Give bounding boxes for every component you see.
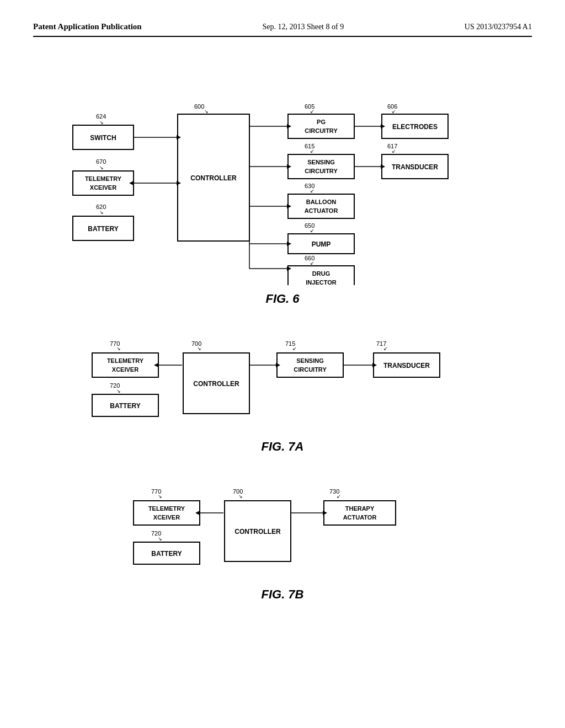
battery-label-6: BATTERY [88, 225, 118, 233]
ref-606-line: ↙ [392, 109, 396, 114]
fig7b-label: FIG. 7B [33, 587, 532, 602]
sensing-circuitry-box-6 [288, 154, 354, 179]
ref-770-7b-arrow: ↘ [158, 494, 162, 499]
switch-label: SWITCH [90, 134, 116, 142]
transducer-label-6: TRANSDUCER [392, 163, 438, 171]
ref-770-7a-arrow: ↘ [116, 346, 121, 351]
fig7a-diagram: 770 ↘ TELEMETRY XCEIVER 720 ↘ BATTERY 70… [76, 323, 489, 433]
telemetry-xceiver-box-7a [92, 353, 158, 377]
header-date-sheet: Sep. 12, 2013 Sheet 8 of 9 [262, 23, 344, 31]
therapy-actuator-box [324, 501, 396, 525]
battery-label-7a: BATTERY [110, 402, 140, 410]
ref-624: 624 [96, 113, 106, 120]
fig7b-diagram: 770 ↘ TELEMETRY XCEIVER 720 ↘ BATTERY 70… [117, 470, 448, 581]
ref-650-line: ↙ [310, 228, 315, 233]
balloon-actuator-box [288, 194, 354, 218]
ref-630-line: ↙ [310, 188, 315, 194]
balloon-actuator-label1: BALLOON [306, 199, 336, 205]
electrodes-label: ELECTRODES [392, 123, 438, 131]
sensing-circuitry-label2-6: CIRCUITRY [305, 168, 338, 174]
controller-label-6: CONTROLLER [190, 174, 237, 182]
ref-660-line: ↙ [310, 260, 315, 266]
therapy-actuator-label2: ACTUATOR [343, 514, 377, 521]
ref-700-7a-arrow: ↘ [197, 346, 201, 351]
ref-615-line: ↙ [310, 148, 315, 154]
transducer-label-7a: TRANSDUCER [383, 362, 430, 370]
ref-700-7b-arrow: ↘ [238, 494, 243, 499]
drug-injector-label1: DRUG [312, 270, 330, 277]
ref-620-arrow: ↘ [99, 210, 104, 215]
telemetry-xceiver-box-6 [73, 171, 134, 195]
therapy-actuator-label1: THERAPY [345, 505, 375, 512]
telemetry-xceiver-label1-7a: TELEMETRY [107, 357, 144, 364]
telemetry-xceiver-label-6: TELEMETRY [85, 175, 122, 182]
header: Patent Application Publication Sep. 12, … [33, 22, 532, 37]
fig7a-section: 770 ↘ TELEMETRY XCEIVER 720 ↘ BATTERY 70… [33, 323, 532, 454]
ref-717-7a-arrow: ↙ [383, 346, 388, 351]
pg-circuitry-box [288, 114, 354, 138]
drug-injector-label2: INJECTOR [306, 279, 336, 285]
sensing-circuitry-label1-7a: SENSING [296, 357, 324, 364]
fig6-section: 624 ↘ SWITCH 670 ↘ TELEMETRY XCEIVER 620… [33, 53, 532, 306]
ref-600-arrow: ↘ [204, 109, 209, 114]
fig7a-label: FIG. 7A [33, 440, 532, 454]
telemetry-xceiver-label2-7b: XCEIVER [153, 514, 180, 521]
telemetry-xceiver-box-7b [134, 501, 200, 525]
ref-624-arrow: ↘ [99, 120, 104, 125]
ref-715-7a-arrow: ↙ [292, 346, 297, 351]
telemetry-xceiver-label2-7a: XCEIVER [112, 366, 138, 373]
telemetry-xceiver-label2-6: XCEIVER [90, 184, 116, 191]
ref-600: 600 [194, 103, 204, 110]
ref-730-7b-arrow: ↙ [337, 494, 341, 499]
controller-label-7b: CONTROLLER [234, 528, 281, 536]
ref-670-arrow: ↘ [99, 165, 104, 170]
battery-label-7b: BATTERY [151, 550, 182, 558]
sensing-circuitry-label1-6: SENSING [307, 159, 335, 165]
sensing-circuitry-box-7a [277, 353, 343, 377]
fig6-diagram: 624 ↘ SWITCH 670 ↘ TELEMETRY XCEIVER 620… [34, 53, 531, 285]
fig6-label: FIG. 6 [33, 292, 532, 306]
sensing-circuitry-label2-7a: CIRCUITRY [294, 366, 327, 373]
fig7b-section: 770 ↘ TELEMETRY XCEIVER 720 ↘ BATTERY 70… [33, 470, 532, 602]
header-patent-number: US 2013/0237954 A1 [465, 23, 532, 31]
ref-670: 670 [96, 158, 106, 165]
pg-circuitry-label2: CIRCUITRY [305, 127, 338, 134]
telemetry-xceiver-label1-7b: TELEMETRY [148, 505, 185, 512]
controller-label-7a: CONTROLLER [193, 380, 239, 388]
pump-label: PUMP [312, 240, 331, 248]
ref-720-7a-arrow: ↘ [116, 388, 121, 394]
pg-circuitry-label1: PG [317, 119, 326, 125]
page: Patent Application Publication Sep. 12, … [0, 0, 565, 728]
header-publication: Patent Application Publication [33, 22, 142, 31]
ref-605-line: ↙ [310, 109, 315, 114]
ref-617-line: ↙ [392, 148, 396, 154]
balloon-actuator-label2: ACTUATOR [305, 207, 338, 214]
ref-720-7b-arrow: ↘ [158, 536, 162, 542]
